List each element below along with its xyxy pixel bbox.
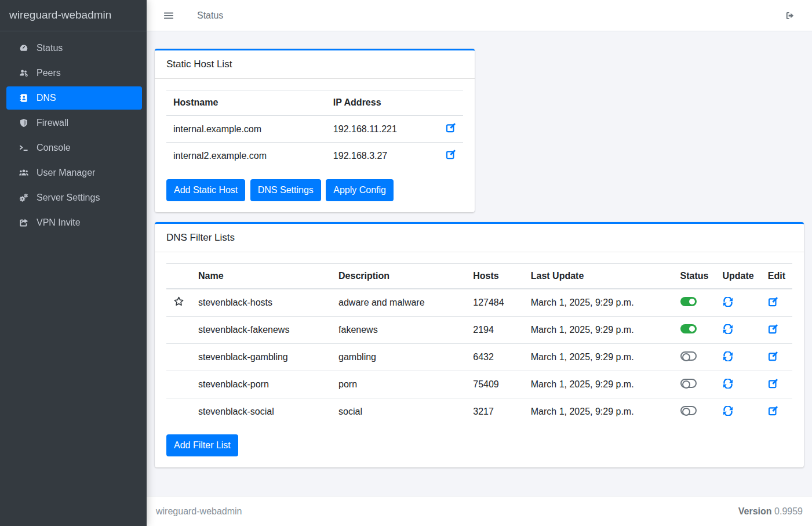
sidebar-item-label: User Manager bbox=[37, 167, 95, 179]
edit-list-button[interactable] bbox=[768, 406, 778, 416]
hostname-cell: internal.example.com bbox=[166, 115, 326, 143]
address-book-icon bbox=[17, 93, 30, 103]
add-static-host-button[interactable]: Add Static Host bbox=[166, 179, 245, 201]
status-toggle[interactable] bbox=[680, 379, 697, 388]
sidebar-item-peers[interactable]: Peers bbox=[6, 61, 142, 85]
column-header-name: Name bbox=[191, 264, 332, 289]
cogs-icon bbox=[17, 193, 30, 203]
static-host-row: internal.example.com 192.168.11.221 bbox=[166, 115, 463, 143]
edit-icon bbox=[768, 351, 778, 361]
edit-host-button[interactable] bbox=[446, 150, 456, 159]
filter-name-cell: stevenblack-fakenews bbox=[191, 317, 332, 344]
sidebar-item-label: VPN Invite bbox=[37, 217, 81, 228]
edit-icon bbox=[768, 379, 778, 389]
filter-description-cell: porn bbox=[332, 371, 466, 398]
card-title: DNS Filter Lists bbox=[155, 224, 804, 252]
share-square-icon bbox=[17, 218, 30, 228]
sidebar-item-label: Firewall bbox=[37, 117, 68, 129]
static-host-list-card: Static Host List Hostname IP Address bbox=[155, 49, 475, 212]
column-header-hostname: Hostname bbox=[166, 90, 326, 116]
column-header-update: Update bbox=[716, 264, 761, 289]
sidebar-item-vpn-invite[interactable]: VPN Invite bbox=[6, 211, 142, 234]
shield-icon bbox=[17, 118, 30, 128]
filter-hosts-cell: 75409 bbox=[466, 371, 523, 398]
edit-list-button[interactable] bbox=[768, 324, 778, 334]
sync-icon bbox=[723, 406, 733, 416]
filter-name-cell: stevenblack-hosts bbox=[191, 289, 332, 317]
brand-link[interactable]: wireguard-webadmin bbox=[0, 0, 147, 31]
users-icon bbox=[17, 168, 30, 178]
edit-icon bbox=[768, 297, 778, 307]
sidebar: wireguard-webadmin Status Peers DNS Fire… bbox=[0, 0, 147, 526]
apply-config-button[interactable]: Apply Config bbox=[326, 179, 394, 201]
sidebar-item-console[interactable]: Console bbox=[6, 136, 142, 159]
sidebar-item-server-settings[interactable]: Server Settings bbox=[6, 186, 142, 209]
sign-out-icon bbox=[785, 11, 795, 20]
ip-cell: 192.168.11.221 bbox=[326, 115, 439, 143]
status-toggle[interactable] bbox=[680, 351, 697, 361]
edit-icon bbox=[446, 123, 456, 133]
column-header-last-update: Last Update bbox=[524, 264, 673, 289]
edit-list-button[interactable] bbox=[768, 379, 778, 389]
sidebar-item-user-manager[interactable]: User Manager bbox=[6, 161, 142, 184]
filter-last-update-cell: March 1, 2025, 9:29 p.m. bbox=[524, 317, 673, 344]
sidebar-item-label: Status bbox=[37, 42, 63, 54]
sidebar-item-label: Server Settings bbox=[37, 192, 100, 204]
sidebar-item-label: DNS bbox=[37, 92, 56, 104]
filter-list-row: stevenblack-fakenews fakenews 2194 March… bbox=[166, 317, 792, 344]
sidebar-item-label: Console bbox=[37, 142, 71, 154]
edit-host-button[interactable] bbox=[446, 123, 456, 133]
terminal-icon bbox=[17, 143, 30, 153]
add-filter-list-button[interactable]: Add Filter List bbox=[166, 434, 238, 456]
update-list-button[interactable] bbox=[723, 324, 733, 334]
edit-icon bbox=[768, 406, 778, 416]
filter-description-cell: adware and malware bbox=[332, 289, 466, 317]
star-icon[interactable] bbox=[173, 296, 184, 307]
sidebar-toggle-button[interactable] bbox=[156, 6, 181, 25]
sync-icon bbox=[723, 297, 733, 307]
sidebar-item-dns[interactable]: DNS bbox=[6, 86, 142, 110]
filter-hosts-cell: 6432 bbox=[466, 344, 523, 371]
filter-name-cell: stevenblack-gambling bbox=[191, 344, 332, 371]
filter-description-cell: fakenews bbox=[332, 317, 466, 344]
filter-hosts-cell: 3217 bbox=[466, 398, 523, 426]
status-toggle[interactable] bbox=[680, 297, 697, 306]
sync-icon bbox=[723, 324, 733, 334]
update-list-button[interactable] bbox=[723, 351, 733, 361]
footer-brand: wireguard-webadmin bbox=[156, 506, 242, 517]
gauge-icon bbox=[17, 43, 30, 53]
edit-icon bbox=[446, 150, 456, 159]
update-list-button[interactable] bbox=[723, 406, 733, 416]
status-toggle[interactable] bbox=[680, 324, 697, 333]
sidebar-item-firewall[interactable]: Firewall bbox=[6, 111, 142, 135]
edit-list-button[interactable] bbox=[768, 351, 778, 361]
topbar-status-link[interactable]: Status bbox=[190, 6, 231, 26]
sidebar-item-status[interactable]: Status bbox=[6, 37, 142, 60]
update-list-button[interactable] bbox=[723, 297, 733, 307]
logout-button[interactable] bbox=[777, 6, 803, 25]
filter-last-update-cell: March 1, 2025, 9:29 p.m. bbox=[524, 371, 673, 398]
filter-hosts-cell: 2194 bbox=[466, 317, 523, 344]
status-toggle[interactable] bbox=[680, 406, 697, 415]
edit-list-button[interactable] bbox=[768, 297, 778, 307]
topbar: Status bbox=[147, 0, 812, 31]
filter-lists-table: Name Description Hosts Last Update Statu… bbox=[166, 263, 792, 425]
filter-description-cell: gambling bbox=[332, 344, 466, 371]
version-value: 0.9959 bbox=[774, 506, 803, 516]
column-header-status: Status bbox=[673, 264, 716, 289]
dns-settings-button[interactable]: DNS Settings bbox=[250, 179, 321, 201]
filter-last-update-cell: March 1, 2025, 9:29 p.m. bbox=[524, 344, 673, 371]
card-title: Static Host List bbox=[155, 50, 475, 79]
update-list-button[interactable] bbox=[723, 379, 733, 389]
filter-name-cell: stevenblack-porn bbox=[191, 371, 332, 398]
filter-name-cell: stevenblack-social bbox=[191, 398, 332, 426]
column-header-ip: IP Address bbox=[326, 90, 439, 116]
filter-list-row: stevenblack-porn porn 75409 March 1, 202… bbox=[166, 371, 792, 398]
filter-list-row: stevenblack-gambling gambling 6432 March… bbox=[166, 344, 792, 371]
dns-filter-lists-card: DNS Filter Lists Name Description Hosts … bbox=[155, 222, 804, 467]
filter-description-cell: social bbox=[332, 398, 466, 426]
ip-cell: 192.168.3.27 bbox=[326, 143, 439, 169]
filter-last-update-cell: March 1, 2025, 9:29 p.m. bbox=[524, 398, 673, 426]
column-header-edit: Edit bbox=[761, 264, 792, 289]
version-label: Version bbox=[738, 506, 772, 516]
